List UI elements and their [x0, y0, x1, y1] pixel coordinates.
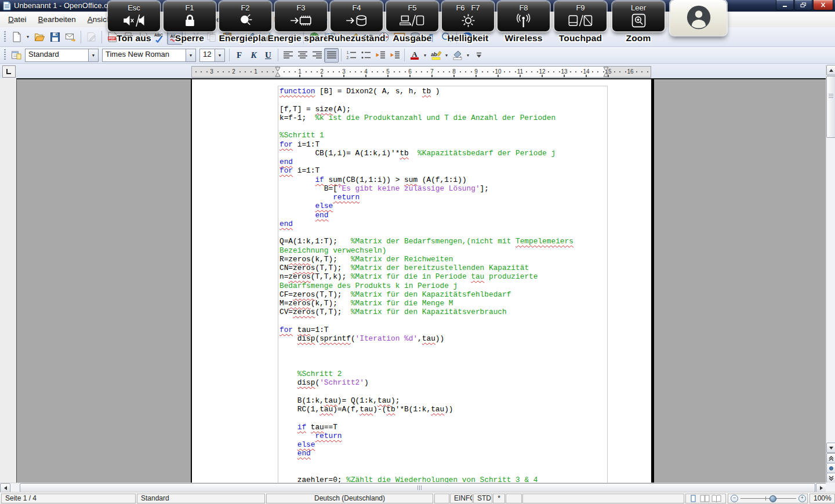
vertical-scroll-thumb[interactable] [826, 76, 835, 138]
decrease-indent-button[interactable] [373, 48, 387, 63]
menu-tabelle[interactable]: Tabelle [198, 13, 234, 26]
previous-page-button[interactable] [826, 453, 835, 463]
italic-button[interactable]: K [246, 48, 261, 63]
menu-datei[interactable]: Datei [2, 13, 32, 26]
highlight-button[interactable]: ab [429, 48, 443, 63]
statusbar-zoom-percent[interactable]: 100% [809, 494, 835, 503]
font-size-select[interactable]: 12▼ [199, 49, 225, 62]
spellcheck-button[interactable]: ABC [151, 29, 167, 45]
highlight-button-dropdown[interactable]: ▾ [443, 48, 450, 63]
increase-indent-button[interactable] [387, 48, 402, 63]
nonprinting-chars-button[interactable]: ¶ [423, 29, 438, 45]
toolbar-grip-handle[interactable] [4, 49, 6, 61]
menu-fenster[interactable]: Fenster [268, 13, 306, 26]
email-icon [65, 31, 77, 43]
font-name-select[interactable]: Times New Roman▼ [102, 49, 196, 62]
numbered-list-button[interactable]: 1.2. [344, 48, 358, 63]
background-color-button-dropdown[interactable]: ▾ [464, 48, 471, 63]
ruler-tick [504, 71, 505, 72]
table-button[interactable] [322, 29, 337, 45]
statusbar-page-count[interactable]: Seite 1 / 4 [1, 494, 136, 503]
hyperlink-button[interactable] [306, 29, 322, 45]
horizontal-ruler[interactable]: 32112345678910111213141516 [191, 66, 651, 78]
menu-hilfe[interactable]: Hilfe [306, 13, 333, 26]
scroll-down-button[interactable] [826, 443, 835, 453]
maximize-button[interactable] [794, 0, 812, 10]
statusbar-selection-mode[interactable]: STD [473, 494, 492, 503]
zoom-slider-track[interactable] [740, 498, 796, 499]
find-replace-button[interactable] [360, 29, 376, 45]
font-color-button-dropdown[interactable]: ▾ [422, 48, 429, 63]
underline-button[interactable]: U [261, 48, 275, 63]
undo-button-dropdown[interactable]: ▾ [278, 30, 285, 44]
next-page-button[interactable] [826, 473, 835, 483]
undo-button[interactable] [263, 29, 278, 45]
bold-button[interactable]: F [232, 48, 246, 63]
minimize-button[interactable] [776, 0, 794, 10]
ruler-tick [421, 71, 422, 72]
toolbar-overflow-button[interactable] [471, 48, 486, 63]
zoom-out-button[interactable]: − [731, 495, 738, 502]
pdf-export-button[interactable]: PDF [104, 29, 120, 45]
align-right-button[interactable] [310, 48, 324, 63]
font-size-select-dropdown[interactable]: ▼ [215, 49, 224, 61]
statusbar-language[interactable]: Deutsch (Deutschland) [266, 494, 433, 503]
justify-button[interactable] [324, 48, 339, 63]
table-button-dropdown[interactable]: ▾ [337, 30, 344, 44]
paragraph-style-select[interactable]: Standard▼ [25, 49, 99, 62]
align-center-button[interactable] [295, 48, 310, 63]
book-view-button[interactable] [711, 495, 721, 502]
zoom-button[interactable] [438, 29, 454, 45]
page-preview-button[interactable] [136, 29, 151, 45]
multi-page-view-button[interactable] [700, 495, 710, 502]
font-name-select-dropdown[interactable]: ▼ [186, 49, 195, 61]
bullet-list-button[interactable] [358, 48, 373, 63]
new-document-button-dropdown[interactable]: ▾ [24, 30, 31, 44]
styles-formatting-button[interactable] [9, 48, 23, 63]
vertical-scrollbar[interactable] [826, 65, 835, 483]
right-indent-marker[interactable] [603, 67, 609, 79]
font-color-button[interactable]: A [407, 48, 422, 63]
font-name-select-value[interactable]: Times New Roman [103, 49, 186, 61]
save-button[interactable] [47, 29, 63, 45]
statusbar-page-style[interactable]: Standard [137, 494, 265, 503]
align-left-button[interactable] [281, 48, 295, 63]
zoom-slider-thumb[interactable] [769, 495, 776, 502]
background-color-button[interactable] [450, 48, 464, 63]
navigation-button[interactable] [826, 463, 835, 473]
single-page-view-button[interactable] [688, 495, 698, 502]
data-sources-button[interactable] [407, 29, 423, 45]
statusbar-insert-mode[interactable]: EINFG [450, 494, 473, 503]
document-page[interactable]: function [B] = Dixon2( A, s, h, tb )[f,T… [191, 79, 654, 483]
help-button[interactable]: ? [459, 29, 475, 45]
scroll-up-button[interactable] [826, 65, 835, 75]
menu-ansicht[interactable]: Ansicht [82, 13, 119, 26]
font-size-select-value[interactable]: 12 [200, 49, 215, 61]
paragraph-style-select-value[interactable]: Standard [26, 49, 88, 61]
close-button[interactable] [813, 0, 833, 10]
left-indent-marker[interactable] [275, 67, 281, 79]
paste-button-dropdown[interactable]: ▾ [235, 30, 242, 44]
horizontal-scrollbar[interactable] [0, 483, 826, 492]
paste-button[interactable] [219, 29, 235, 45]
auto-spellcheck-button[interactable]: ABC [167, 29, 183, 45]
email-button[interactable] [63, 29, 78, 45]
tab-type-selector[interactable] [2, 65, 16, 78]
horizontal-scroll-thumb[interactable] [20, 483, 815, 492]
draw-functions-button[interactable] [344, 29, 360, 45]
navigator-button[interactable] [376, 29, 391, 45]
paragraph-style-select-dropdown[interactable]: ▼ [88, 49, 98, 61]
menu-einfügen[interactable]: Einfügen [119, 13, 161, 26]
menu-bearbeiten[interactable]: Bearbeiten [32, 13, 82, 26]
new-document-button[interactable] [9, 29, 24, 45]
code-line: end [279, 211, 573, 220]
gallery-button[interactable] [391, 29, 407, 45]
menu-extras[interactable]: Extras [234, 13, 268, 26]
align-left-icon [282, 49, 294, 61]
toolbar-grip-handle[interactable] [4, 31, 6, 43]
open-button[interactable] [31, 29, 47, 45]
format-paintbrush-button[interactable] [242, 29, 257, 45]
zoom-in-button[interactable]: + [798, 495, 806, 502]
menu-format[interactable]: Format [161, 13, 198, 26]
print-button[interactable] [120, 29, 136, 45]
